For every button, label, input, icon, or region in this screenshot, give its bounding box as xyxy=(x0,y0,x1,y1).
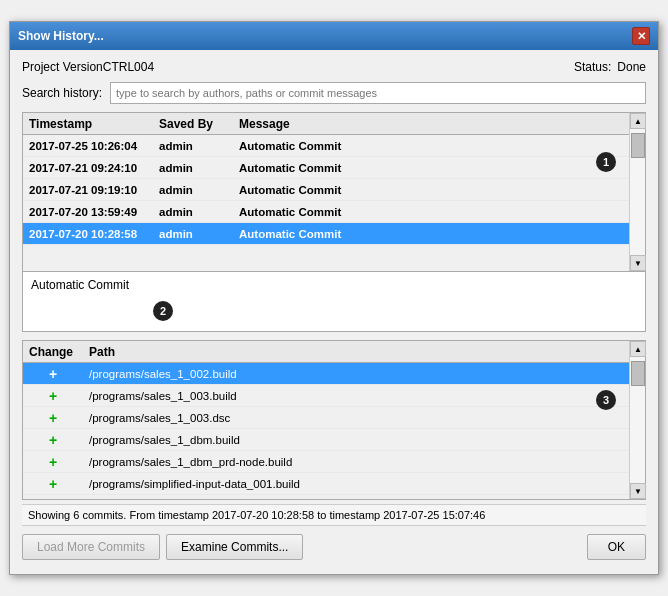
scroll-up-button[interactable]: ▲ xyxy=(630,341,646,357)
commit-message-area: Automatic Commit 2 xyxy=(22,272,646,332)
change-icon-add: + xyxy=(23,366,83,382)
commits-table-header: Timestamp Saved By Message xyxy=(23,113,629,135)
change-icon-add: + xyxy=(23,498,83,500)
ok-button[interactable]: OK xyxy=(587,534,646,560)
status-label: Status: xyxy=(574,60,611,74)
load-more-commits-button[interactable]: Load More Commits xyxy=(22,534,160,560)
change-row[interactable]: + /programs/sales_1_dbm_prd-node.build xyxy=(23,451,629,473)
change-row[interactable]: + /programs/simplified-input-data_001.bu… xyxy=(23,473,629,495)
commits-scrollbar[interactable]: ▲ ▼ xyxy=(629,113,645,271)
status-row: Status: Done xyxy=(574,60,646,74)
commits-table-scroll: 2017-07-25 10:26:04 admin Automatic Comm… xyxy=(23,135,629,271)
status-bar: Showing 6 commits. From timestamp 2017-0… xyxy=(22,504,646,526)
table-row[interactable]: 2017-07-21 09:19:10 admin Automatic Comm… xyxy=(23,179,629,201)
change-icon-add: + xyxy=(23,388,83,404)
changes-table-scroll: + /programs/sales_1_002.build + /program… xyxy=(23,363,629,499)
table-row[interactable]: 2017-07-25 10:26:04 admin Automatic Comm… xyxy=(23,135,629,157)
button-row: Load More Commits Examine Commits... OK xyxy=(22,534,646,564)
search-input[interactable] xyxy=(110,82,646,104)
change-icon-add: + xyxy=(23,476,83,492)
badge-2: 2 xyxy=(153,301,173,321)
dialog-title: Show History... xyxy=(18,29,104,43)
project-status-row: Project VersionCTRL004 Status: Done xyxy=(22,60,646,74)
change-row[interactable]: + /programs/sales_1_003.build xyxy=(23,385,629,407)
scroll-down-button[interactable]: ▼ xyxy=(630,255,646,271)
col-header-message: Message xyxy=(233,114,629,134)
table-row[interactable]: 2017-07-20 13:59:49 admin Automatic Comm… xyxy=(23,201,629,223)
commits-table: Timestamp Saved By Message 2017-07-25 10… xyxy=(23,113,629,271)
changes-table-wrapper: Change Path + /programs/sales_1_002.buil… xyxy=(22,340,646,500)
table-row[interactable]: 2017-07-21 09:24:10 admin Automatic Comm… xyxy=(23,157,629,179)
col-header-savedby: Saved By xyxy=(153,114,233,134)
status-bar-text: Showing 6 commits. From timestamp 2017-0… xyxy=(28,509,485,521)
changes-table-header: Change Path xyxy=(23,341,629,363)
search-label: Search history: xyxy=(22,86,102,100)
left-buttons: Load More Commits Examine Commits... xyxy=(22,534,303,560)
badge-1: 1 xyxy=(596,152,616,172)
project-name: Project VersionCTRL004 xyxy=(22,60,154,74)
status-value: Done xyxy=(617,60,646,74)
dialog-body: Project VersionCTRL004 Status: Done Sear… xyxy=(10,50,658,574)
change-row[interactable]: + /programs/sales_1_dbm.build xyxy=(23,429,629,451)
col-header-change: Change xyxy=(23,342,83,362)
change-icon-add: + xyxy=(23,410,83,426)
scroll-thumb[interactable] xyxy=(631,361,645,386)
change-row[interactable]: + /programs/sales_1_003.dsc xyxy=(23,407,629,429)
examine-commits-button[interactable]: Examine Commits... xyxy=(166,534,303,560)
scroll-track xyxy=(630,357,645,483)
table-row[interactable]: 2017-07-20 10:28:58 admin Automatic Comm… xyxy=(23,223,629,245)
scroll-up-button[interactable]: ▲ xyxy=(630,113,646,129)
changes-table: Change Path + /programs/sales_1_002.buil… xyxy=(23,341,629,499)
commit-message-text: Automatic Commit xyxy=(31,278,129,292)
scroll-thumb[interactable] xyxy=(631,133,645,158)
change-row[interactable]: + /programs/sales_1_002.build xyxy=(23,363,629,385)
changes-scrollbar[interactable]: ▲ ▼ xyxy=(629,341,645,499)
change-icon-add: + xyxy=(23,454,83,470)
scroll-track xyxy=(630,129,645,255)
change-icon-add: + xyxy=(23,432,83,448)
dialog: Show History... ✕ Project VersionCTRL004… xyxy=(9,21,659,575)
change-row[interactable]: + /programs/support_phase_input.build xyxy=(23,495,629,499)
commits-table-wrapper: Timestamp Saved By Message 2017-07-25 10… xyxy=(22,112,646,272)
search-row: Search history: xyxy=(22,82,646,104)
col-header-timestamp: Timestamp xyxy=(23,114,153,134)
close-button[interactable]: ✕ xyxy=(632,27,650,45)
scroll-down-button[interactable]: ▼ xyxy=(630,483,646,499)
title-bar: Show History... ✕ xyxy=(10,22,658,50)
col-header-path: Path xyxy=(83,342,629,362)
badge-3: 3 xyxy=(596,390,616,410)
